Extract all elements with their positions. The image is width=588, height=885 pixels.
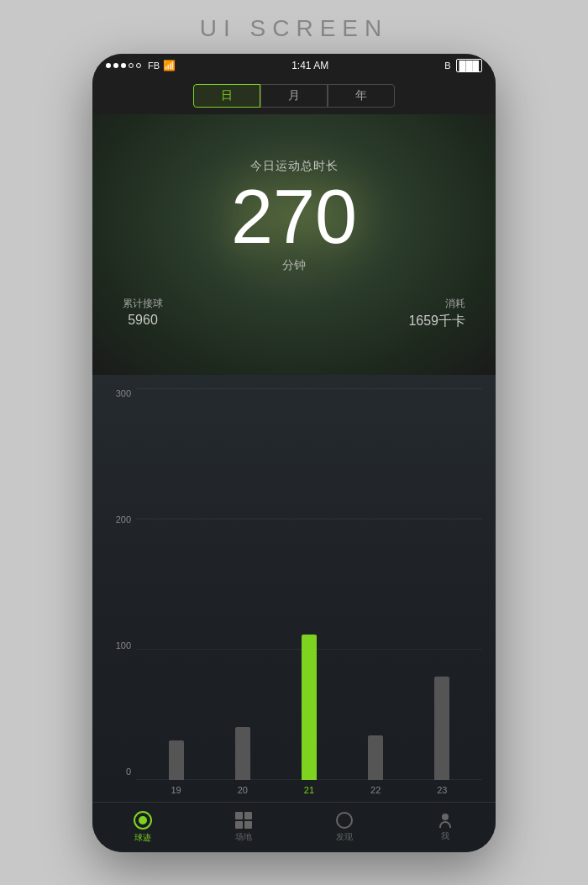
tab-month[interactable]: 月 — [260, 84, 328, 108]
nav-label-ball: 球迹 — [134, 832, 151, 844]
stat-left: 累计接球 5960 — [123, 297, 163, 330]
stat-right-label: 消耗 — [408, 297, 465, 311]
chart-section: 300 200 100 0 — [92, 375, 496, 802]
grid-cell-4 — [244, 821, 252, 829]
y-label-200: 200 — [116, 514, 131, 524]
grid-cell-3 — [235, 821, 243, 829]
bottom-nav: 球迹 场地 发现 我 — [92, 802, 496, 852]
bar-22 — [368, 735, 383, 780]
stat-left-value: 5960 — [123, 313, 163, 328]
bar-19 — [169, 740, 184, 780]
x-label-20: 20 — [230, 785, 255, 795]
stats-label: 今日运动总时长 — [250, 159, 339, 174]
phone-frame: FB 📶 1:41 AM B ███ 日 月 年 今日运动总时长 270 分钟 … — [92, 54, 496, 852]
bar-wrap-23 — [434, 677, 449, 780]
y-label-100: 100 — [116, 640, 131, 651]
tab-row: 日 月 年 — [92, 77, 496, 114]
status-left: FB 📶 — [106, 60, 176, 71]
bar-21 — [302, 635, 317, 780]
dot-4 — [129, 63, 134, 68]
page-title: UI SCREEN — [200, 0, 388, 54]
dot-5 — [136, 63, 141, 68]
tab-day[interactable]: 日 — [193, 84, 260, 108]
battery-icon: ███ — [456, 59, 482, 72]
y-axis: 300 200 100 0 — [106, 388, 136, 795]
person-head — [442, 814, 449, 820]
x-label-21: 21 — [297, 785, 322, 795]
status-time: 1:41 AM — [291, 60, 328, 71]
bar-wrap-22 — [368, 735, 383, 780]
x-label-23: 23 — [429, 785, 454, 795]
dot-2 — [113, 63, 118, 68]
nav-label-me: 我 — [441, 830, 449, 842]
stats-unit: 分钟 — [282, 258, 306, 273]
y-label-300: 300 — [116, 388, 131, 398]
stats-bottom: 累计接球 5960 消耗 1659千卡 — [92, 297, 496, 330]
status-bar: FB 📶 1:41 AM B ███ — [92, 54, 496, 77]
x-label-19: 19 — [164, 785, 189, 795]
stat-right: 消耗 1659千卡 — [408, 297, 465, 330]
chart-grid — [136, 388, 482, 780]
status-right: B ███ — [444, 59, 482, 72]
dot-3 — [121, 63, 126, 68]
stats-number: 270 — [231, 179, 357, 255]
chart-area: 300 200 100 0 — [106, 388, 482, 795]
bar-wrap-21 — [302, 635, 317, 780]
chart-content: 1920212223 — [136, 388, 482, 795]
circle-icon — [336, 812, 353, 829]
nav-item-ball[interactable]: 球迹 — [92, 803, 193, 852]
carrier-label: FB — [148, 61, 160, 71]
tab-year[interactable]: 年 — [328, 84, 395, 108]
tennis-icon — [134, 811, 152, 830]
bar-wrap-19 — [169, 740, 184, 780]
nav-item-court[interactable]: 场地 — [193, 803, 294, 852]
x-labels: 1920212223 — [136, 780, 482, 795]
grid-icon — [235, 812, 252, 829]
stats-section: 今日运动总时长 270 分钟 累计接球 5960 消耗 1659千卡 — [92, 114, 496, 375]
signal-dots — [106, 63, 141, 68]
nav-item-discover[interactable]: 发现 — [294, 803, 395, 852]
stat-left-label: 累计接球 — [123, 297, 163, 311]
nav-label-court: 场地 — [235, 831, 252, 843]
bluetooth-icon: B — [444, 61, 450, 71]
person-body — [439, 821, 451, 828]
x-label-22: 22 — [363, 785, 388, 795]
stat-right-value: 1659千卡 — [408, 313, 465, 330]
grid-cell-1 — [235, 812, 243, 819]
nav-item-me[interactable]: 我 — [395, 803, 496, 852]
nav-label-discover: 发现 — [336, 831, 353, 843]
bar-20 — [235, 727, 250, 780]
person-icon — [439, 814, 451, 828]
bar-wrap-20 — [235, 727, 250, 780]
grid-cell-2 — [244, 812, 252, 819]
dot-1 — [106, 63, 111, 68]
bar-23 — [434, 677, 449, 780]
tennis-inner — [139, 816, 147, 824]
wifi-icon: 📶 — [163, 60, 176, 71]
y-label-0: 0 — [126, 766, 131, 777]
bars-container — [136, 388, 482, 780]
